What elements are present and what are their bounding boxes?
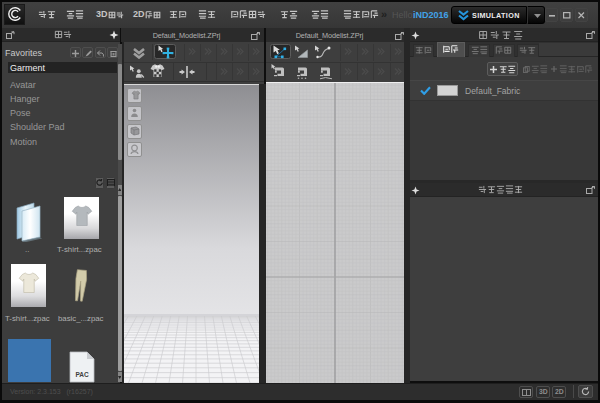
svg-text:PAC: PAC — [76, 371, 90, 378]
